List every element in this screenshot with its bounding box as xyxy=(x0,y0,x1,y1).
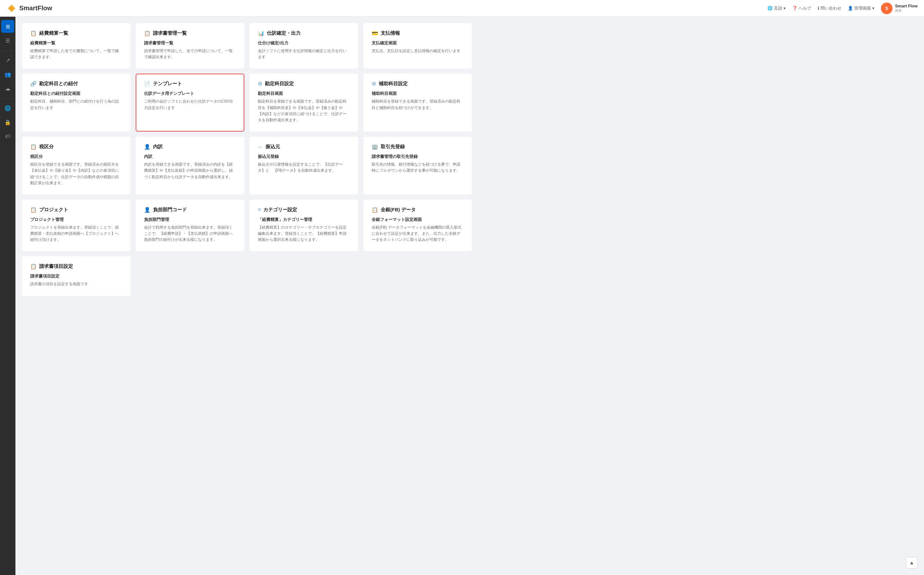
card-project[interactable]: 📋 プロジェクト プロジェクト管理 プロジェクトを登録出来ます。登録頂くことで、… xyxy=(22,200,130,251)
card-sub-account-setting[interactable]: ⚙ 補助科目設定 補助科目画面 補助科目を登録できる画面です。登録済みの勘定科目… xyxy=(363,74,472,132)
card-icon: 🔗 xyxy=(30,81,36,87)
sidebar-item-cloud[interactable]: ☁ xyxy=(1,82,14,95)
card-icon: 📋 xyxy=(30,207,36,213)
card-icon: 📋 xyxy=(30,30,36,37)
card-title: カテゴリー設定 xyxy=(263,207,297,213)
card-account-setting[interactable]: ⚙ 勘定科目設定 勘定科目画面 勘定科目を登録できる画面です。登録済みの勘定科目… xyxy=(249,74,358,132)
card-subtitle: 振込元登録 xyxy=(258,154,350,159)
card-title-row: ⚙ 補助科目設定 xyxy=(372,81,464,87)
logo[interactable]: SmartFlow xyxy=(6,3,52,14)
sidebar-item-menu[interactable]: ⊞ xyxy=(1,20,14,33)
contact-btn[interactable]: ℹ 問い合わせ xyxy=(818,5,842,11)
card-category-setting[interactable]: ≡ カテゴリー設定 「経費精算」カテゴリー管理 【経費精算】のカテゴリー・サブカ… xyxy=(249,200,358,251)
card-subtitle: 支払確定画面 xyxy=(372,40,464,46)
logo-text: SmartFlow xyxy=(19,5,52,12)
card-subtitle: 全銀フォーマット設定画面 xyxy=(372,217,464,222)
card-title: 振込元 xyxy=(266,144,280,150)
header: SmartFlow 🌐 言語 ▾ ❓ ヘルプ ℹ 問い合わせ 👤 管理画面 ▾ … xyxy=(0,0,924,17)
scroll-to-top-button[interactable]: ▲ xyxy=(906,557,918,569)
card-icon: 👤 xyxy=(144,144,151,150)
sidebar-item-tag[interactable]: 🏷 xyxy=(1,130,14,143)
card-title-row: ↔ 振込元 xyxy=(258,144,350,150)
card-title: 税区分 xyxy=(39,144,54,150)
lang-icon: 🌐 xyxy=(767,6,773,11)
card-title: 請求書項目設定 xyxy=(39,264,73,270)
main-content: 📋 経費精算一覧 経費精算一覧 経費精算で申請した全ての書類について、一覧で確認… xyxy=(16,17,924,575)
card-zengin-data[interactable]: 📋 全銀(FB) データ 全銀フォーマット設定画面 全銀(FB) データフォーマ… xyxy=(363,200,472,251)
card-subtitle: 内訳 xyxy=(144,154,236,159)
card-subtitle: 経費精算一覧 xyxy=(30,40,122,46)
card-invoice-items[interactable]: 📋 請求書項目設定 請求書項目設定 請求書の項目を設定する画面です xyxy=(22,256,130,295)
card-subtitle: 税区分 xyxy=(30,154,122,159)
card-icon: ↔ xyxy=(258,144,263,150)
card-desc: 補助科目を登録できる画面です。登録済みの勘定科目と補助科目を紐づけができます。 xyxy=(372,98,464,111)
card-title: 取引先登録 xyxy=(380,144,405,150)
card-title: 負担部門コード xyxy=(153,207,187,213)
card-title-row: 🔗 勘定科目との紐付 xyxy=(30,81,122,87)
card-icon: 📋 xyxy=(372,207,378,213)
card-title-row: 📋 請求書管理一覧 xyxy=(144,30,236,37)
card-template[interactable]: 📄 テンプレート 仕訳データ用テンプレート ご利用の会計ソフトに合わせた仕訳デー… xyxy=(136,74,244,132)
sidebar-item-globe[interactable]: 🌐 xyxy=(1,102,14,114)
card-title-row: 💳 支払情報 xyxy=(372,30,464,37)
card-desc: 請求書の項目を設定する画面です xyxy=(30,281,122,287)
card-desc: 勘定科目、補助科目、部門との紐付けを行う為の設定を行います xyxy=(30,98,122,111)
card-title-row: 📋 経費精算一覧 xyxy=(30,30,122,37)
card-title: 勘定科目との紐付 xyxy=(39,81,78,87)
card-transfer-source[interactable]: ↔ 振込元 振込元登録 振込元や口座情報を設定することで、【仕訳データ】と 【F… xyxy=(249,137,358,195)
user-name: Smart Flow xyxy=(895,3,918,8)
sidebar-item-list[interactable]: ☰ xyxy=(1,34,14,47)
card-desc: 【経費精算】のカテゴリー・サブカテゴリーを設定編集出来ます。登録頂くことで、【経… xyxy=(258,224,350,243)
card-icon: 📋 xyxy=(144,30,151,37)
card-account-link[interactable]: 🔗 勘定科目との紐付 勘定科目との紐付設定画面 勘定科目、補助科目、部門との紐付… xyxy=(22,74,130,132)
card-icon: ≡ xyxy=(258,207,261,213)
card-icon: 📋 xyxy=(30,264,36,270)
card-payment-info[interactable]: 💳 支払情報 支払確定画面 支払元、支払日を設定し支払情報の確定を行います xyxy=(363,23,472,68)
user-info: Smart Flow 課員 xyxy=(895,3,918,13)
card-title: テンプレート xyxy=(153,81,182,87)
card-tax-division[interactable]: 📋 税区分 税区分 税区分を登録できる画面です。登録済みの税区分を【未払金】や【… xyxy=(22,137,130,195)
help-icon: ❓ xyxy=(792,6,797,11)
card-dept-code[interactable]: 👤 負担部門コード 負担部門管理 会計で利用する負担部門を登録出来ます。登録頂く… xyxy=(136,200,244,251)
card-title: 内訳 xyxy=(153,144,163,150)
card-desc: 全銀(FB) データフォーマットを金融機関の受入形式に合わせて設定が出来ます。ま… xyxy=(372,224,464,243)
card-subtitle: 勘定科目画面 xyxy=(258,91,350,97)
card-grid: 📋 経費精算一覧 経費精算一覧 経費精算で申請した全ての書類について、一覧で確認… xyxy=(22,23,472,296)
admin-btn[interactable]: 👤 管理画面 ▾ xyxy=(848,5,875,11)
card-desc: 会計で利用する負担部門を登録出来ます。登録頂くことで、【経費申請】・【支払依頼】… xyxy=(144,224,236,243)
user-menu[interactable]: S Smart Flow 課員 xyxy=(881,3,918,14)
card-subtitle: 仕分け確定/出力 xyxy=(258,40,350,46)
card-desc: 会計ソフトに使用する仕訳情報の確定と出力を行います xyxy=(258,48,350,60)
lang-btn[interactable]: 🌐 言語 ▾ xyxy=(767,5,786,11)
card-subtitle: 請求書管理一覧 xyxy=(144,40,236,46)
card-desc: 税区分を登録できる画面です。登録済みの税区分を【未払金】や【振り金】や【内訳】な… xyxy=(30,162,122,186)
card-invoice-list[interactable]: 📋 請求書管理一覧 請求書管理一覧 請求書管理で申請した、全ての申請について、一… xyxy=(136,23,244,68)
card-breakdown[interactable]: 👤 内訳 内訳 内訳を登録できる画面です。登録済みの内訳を【経費精算】や【支払依… xyxy=(136,137,244,195)
card-title-row: 📋 請求書項目設定 xyxy=(30,264,122,270)
sidebar-item-people[interactable]: 👥 xyxy=(1,68,14,81)
card-title: プロジェクト xyxy=(39,207,68,213)
card-journal-output[interactable]: 📊 仕訳確定・出力 仕分け確定/出力 会計ソフトに使用する仕訳情報の確定と出力を… xyxy=(249,23,358,68)
card-desc: 請求書管理で申請した、全ての申請について、一覧で確認出来ます。 xyxy=(144,48,236,60)
card-desc: 勘定科目を登録できる画面です。登録済みの勘定科目を【補助科目名】や【未払金】や【… xyxy=(258,98,350,123)
card-title: 仕訳確定・出力 xyxy=(267,30,301,37)
card-desc: 振込元や口座情報を設定することで、【仕訳データ】と 【FBデータ】を自動作成出来… xyxy=(258,162,350,174)
card-title-row: 📊 仕訳確定・出力 xyxy=(258,30,350,37)
card-title-row: 📋 税区分 xyxy=(30,144,122,150)
help-btn[interactable]: ❓ ヘルプ xyxy=(792,5,811,11)
card-desc: 支払元、支払日を設定し支払情報の確定を行います xyxy=(372,48,464,54)
sidebar-item-lock[interactable]: 🔒 xyxy=(1,116,14,129)
card-title-row: 📋 プロジェクト xyxy=(30,207,122,213)
card-expense-list[interactable]: 📋 経費精算一覧 経費精算一覧 経費精算で申請した全ての書類について、一覧で確認… xyxy=(22,23,130,68)
card-subtitle: 勘定科目との紐付設定画面 xyxy=(30,91,122,97)
card-title-row: ⚙ 勘定科目設定 xyxy=(258,81,350,87)
admin-icon: 👤 xyxy=(848,6,853,11)
card-vendor-register[interactable]: 🏢 取引先登録 請求書管理の取引先登録 取引先の情報、銀行情報などを紐づける事で… xyxy=(363,137,472,195)
card-title-row: 🏢 取引先登録 xyxy=(372,144,464,150)
card-title-row: 👤 負担部門コード xyxy=(144,207,236,213)
card-subtitle: 「経費精算」カテゴリー管理 xyxy=(258,217,350,222)
card-title: 勘定科目設定 xyxy=(265,81,294,87)
card-title: 全銀(FB) データ xyxy=(380,207,416,213)
card-subtitle: 補助科目画面 xyxy=(372,91,464,97)
sidebar-item-share[interactable]: ↗ xyxy=(1,54,14,67)
